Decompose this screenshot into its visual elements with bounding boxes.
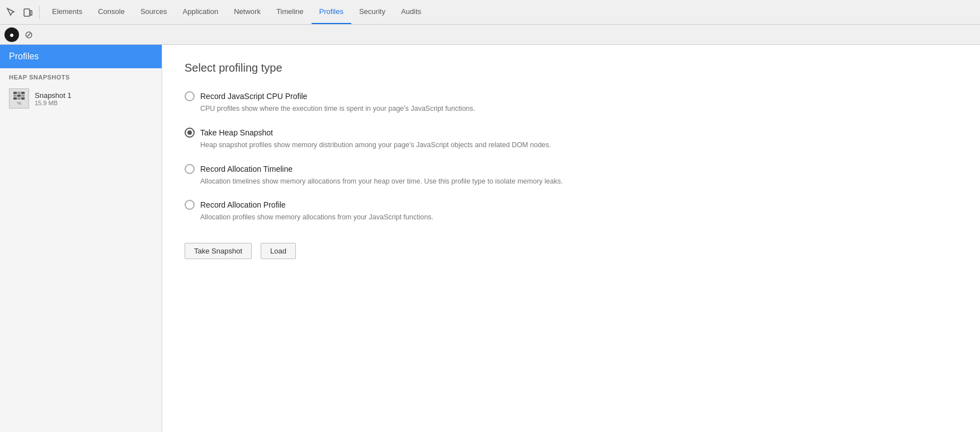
option-allocation-profile: Record Allocation Profile Allocation pro…	[185, 200, 958, 223]
radio-cpu[interactable]	[185, 91, 195, 101]
svg-rect-1	[30, 11, 32, 15]
option-allocation-timeline: Record Allocation Timeline Allocation ti…	[185, 164, 958, 187]
toolbar-icons	[4, 6, 40, 19]
tab-application[interactable]: Application	[175, 0, 227, 24]
tab-console[interactable]: Console	[90, 0, 133, 24]
tab-timeline[interactable]: Timeline	[268, 0, 312, 24]
option-heap: Take Heap Snapshot Heap snapshot profile…	[185, 128, 958, 151]
sidebar-header: Profiles	[0, 45, 162, 68]
tab-sources[interactable]: Sources	[133, 0, 175, 24]
stop-button[interactable]: ⊘	[21, 27, 36, 42]
heap-snapshots-section: HEAP SNAPSHOTS	[0, 68, 162, 84]
record-button[interactable]: ●	[4, 27, 19, 42]
snapshot-1-item[interactable]: % Snapshot 1 15.9 MB	[0, 84, 162, 113]
svg-rect-0	[24, 9, 30, 16]
buttons-row: Take Snapshot Load	[185, 243, 958, 259]
main-layout: Profiles HEAP SNAPSHOTS %	[0, 45, 980, 432]
profiling-options: Record JavaScript CPU Profile CPU profil…	[185, 91, 958, 223]
top-toolbar: Elements Console Sources Application Net…	[0, 0, 980, 25]
snapshot-icon: %	[9, 88, 29, 109]
option-alloc-profile-row: Record Allocation Profile	[185, 200, 958, 210]
load-button[interactable]: Load	[261, 243, 296, 259]
device-icon[interactable]	[21, 6, 35, 19]
tab-profiles[interactable]: Profiles	[312, 0, 351, 24]
sidebar: Profiles HEAP SNAPSHOTS %	[0, 45, 162, 432]
snapshot-info: Snapshot 1 15.9 MB	[35, 91, 72, 106]
option-heap-row: Take Heap Snapshot	[185, 128, 958, 138]
tab-network[interactable]: Network	[226, 0, 268, 24]
radio-allocation-profile[interactable]	[185, 200, 195, 210]
radio-allocation-timeline[interactable]	[185, 164, 195, 174]
option-cpu-row: Record JavaScript CPU Profile	[185, 91, 958, 101]
option-cpu: Record JavaScript CPU Profile CPU profil…	[185, 91, 958, 114]
page-title: Select profiling type	[185, 62, 958, 74]
option-alloc-timeline-row: Record Allocation Timeline	[185, 164, 958, 174]
content-area: Select profiling type Record JavaScript …	[162, 45, 980, 432]
tab-audits[interactable]: Audits	[393, 0, 429, 24]
tab-security[interactable]: Security	[351, 0, 393, 24]
radio-heap[interactable]	[185, 128, 195, 138]
toolbar2: ● ⊘	[0, 25, 980, 45]
inspect-icon[interactable]	[4, 6, 18, 19]
tab-elements[interactable]: Elements	[44, 0, 90, 24]
take-snapshot-button[interactable]: Take Snapshot	[185, 243, 252, 259]
tabs-container: Elements Console Sources Application Net…	[44, 0, 429, 24]
